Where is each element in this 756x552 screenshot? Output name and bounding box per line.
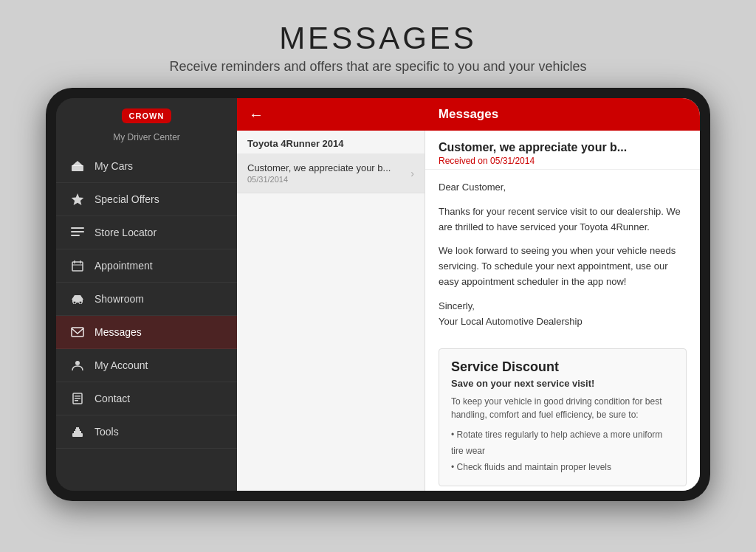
page-header: MESSAGES Receive reminders and offers th… bbox=[0, 0, 756, 88]
sidebar-item-tools[interactable]: Tools bbox=[56, 415, 237, 449]
svg-point-13 bbox=[79, 301, 82, 304]
page-subtitle: Receive reminders and offers that are sp… bbox=[15, 59, 741, 75]
svg-rect-22 bbox=[75, 429, 80, 431]
tools-label: Tools bbox=[94, 426, 119, 438]
special-offers-icon bbox=[69, 191, 86, 207]
paragraph1: Thanks for your recent service visit to … bbox=[439, 204, 687, 235]
message-list-item[interactable]: Customer, we appreciate your b... 05/31/… bbox=[237, 153, 425, 193]
my-cars-icon bbox=[69, 158, 86, 174]
svg-rect-20 bbox=[72, 433, 83, 437]
svg-rect-5 bbox=[71, 235, 80, 236]
back-button[interactable]: ← bbox=[249, 106, 264, 123]
closing: Sincerly, Your Local Automotive Dealersh… bbox=[439, 299, 687, 330]
svg-rect-23 bbox=[76, 427, 79, 429]
store-locator-label: Store Locator bbox=[94, 227, 157, 238]
my-account-icon bbox=[69, 357, 86, 373]
appointment-icon bbox=[69, 258, 86, 274]
page-title: MESSAGES bbox=[15, 21, 741, 56]
sidebar-item-messages[interactable]: Messages bbox=[56, 316, 237, 349]
svg-rect-0 bbox=[72, 165, 83, 171]
chevron-right-icon: › bbox=[410, 168, 414, 179]
bullet-1: Rotate tires regularly to help achieve a… bbox=[451, 427, 674, 459]
svg-point-15 bbox=[75, 361, 80, 365]
store-locator-icon bbox=[69, 224, 86, 241]
svg-rect-19 bbox=[75, 400, 78, 401]
topbar-title: Messages bbox=[272, 107, 664, 122]
top-bar: ← Messages bbox=[237, 98, 700, 131]
svg-rect-14 bbox=[72, 328, 83, 337]
tablet-inner: CROWN My Driver Center My Cars bbox=[56, 98, 700, 491]
tools-icon bbox=[69, 424, 86, 440]
contact-icon bbox=[69, 390, 86, 407]
bullet-2: Check fluids and maintain proper levels bbox=[451, 460, 674, 476]
appointment-label: Appointment bbox=[94, 260, 153, 272]
detail-body: Dear Customer, Thanks for your recent se… bbox=[425, 170, 700, 348]
showroom-icon bbox=[69, 291, 86, 307]
svg-marker-11 bbox=[72, 295, 83, 300]
discount-subtitle: Save on your next service visit! bbox=[451, 378, 674, 389]
messages-split: Toyota 4Runner 2014 Customer, we appreci… bbox=[237, 131, 700, 491]
message-subject: Customer, we appreciate your b... bbox=[247, 162, 410, 173]
svg-marker-2 bbox=[72, 193, 84, 205]
svg-rect-4 bbox=[71, 231, 84, 232]
my-cars-label: My Cars bbox=[94, 160, 133, 172]
sidebar-item-contact[interactable]: Contact bbox=[56, 382, 237, 415]
discount-bullets: Rotate tires regularly to help achieve a… bbox=[451, 427, 674, 475]
greeting: Dear Customer, bbox=[439, 180, 687, 196]
sidebar: CROWN My Driver Center My Cars bbox=[56, 98, 237, 491]
detail-subject: Customer, we appreciate your b... bbox=[439, 141, 687, 154]
showroom-label: Showroom bbox=[94, 293, 144, 305]
svg-rect-18 bbox=[75, 398, 80, 399]
messages-label: Messages bbox=[94, 326, 142, 338]
special-offers-label: Special Offers bbox=[94, 193, 159, 205]
discount-body-text: To keep your vehicle in good driving con… bbox=[451, 395, 674, 421]
svg-rect-6 bbox=[72, 262, 83, 271]
sidebar-logo: CROWN bbox=[56, 98, 237, 129]
contact-label: Contact bbox=[94, 393, 130, 404]
sidebar-item-my-account[interactable]: My Account bbox=[56, 349, 237, 382]
message-detail: Customer, we appreciate your b... Receiv… bbox=[425, 131, 700, 491]
sidebar-item-store-locator[interactable]: Store Locator bbox=[56, 216, 237, 249]
sidebar-item-special-offers[interactable]: Special Offers bbox=[56, 183, 237, 216]
tablet-frame: CROWN My Driver Center My Cars bbox=[46, 88, 710, 501]
detail-date: Received on 05/31/2014 bbox=[439, 156, 687, 166]
svg-rect-3 bbox=[71, 227, 84, 229]
message-list: Toyota 4Runner 2014 Customer, we appreci… bbox=[237, 131, 425, 491]
sidebar-item-my-cars[interactable]: My Cars bbox=[56, 150, 237, 183]
vehicle-header: Toyota 4Runner 2014 bbox=[237, 131, 425, 153]
discount-title: Service Discount bbox=[451, 359, 674, 375]
logo-box: CROWN bbox=[122, 108, 172, 123]
logo-text: CROWN bbox=[129, 111, 165, 120]
my-account-label: My Account bbox=[94, 359, 148, 371]
message-item-content: Customer, we appreciate your b... 05/31/… bbox=[247, 162, 410, 184]
sidebar-item-showroom[interactable]: Showroom bbox=[56, 283, 237, 316]
detail-header: Customer, we appreciate your b... Receiv… bbox=[425, 131, 700, 170]
service-discount-card: Service Discount Save on your next servi… bbox=[439, 348, 687, 486]
sidebar-nav: My Cars Special Offers bbox=[56, 150, 237, 491]
app-container: CROWN My Driver Center My Cars bbox=[56, 98, 700, 491]
sidebar-item-appointment[interactable]: Appointment bbox=[56, 249, 237, 283]
svg-rect-21 bbox=[74, 431, 81, 433]
messages-icon bbox=[69, 324, 86, 340]
svg-rect-17 bbox=[75, 396, 80, 397]
driver-center-label: My Driver Center bbox=[56, 129, 237, 150]
message-date: 05/31/2014 bbox=[247, 175, 410, 184]
svg-marker-1 bbox=[72, 161, 83, 166]
svg-point-12 bbox=[73, 301, 76, 304]
main-content: ← Messages Toyota 4Runner 2014 Customer,… bbox=[237, 98, 700, 491]
paragraph2: We look forward to seeing you when your … bbox=[439, 244, 687, 289]
